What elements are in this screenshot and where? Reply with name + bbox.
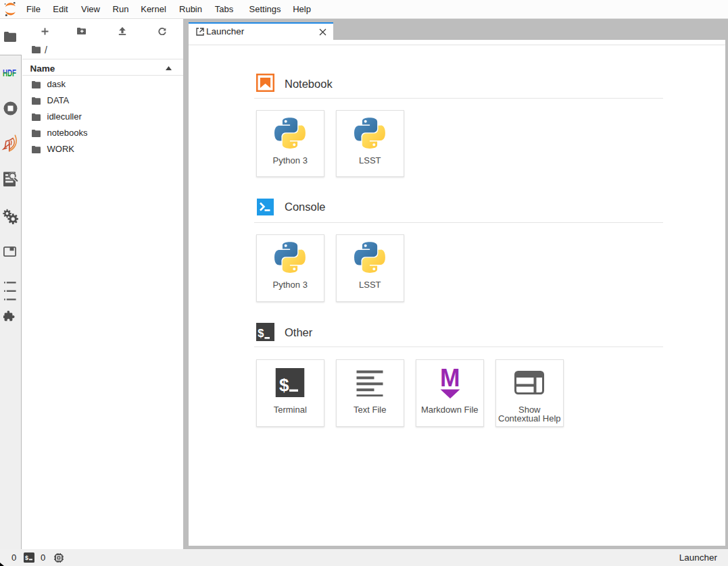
svg-text:$: $ [25,555,28,561]
svg-text:M: M [440,367,460,392]
svg-text:$: $ [258,327,264,339]
svg-text:$: $ [279,375,289,395]
svg-text:HDF: HDF [3,67,16,78]
